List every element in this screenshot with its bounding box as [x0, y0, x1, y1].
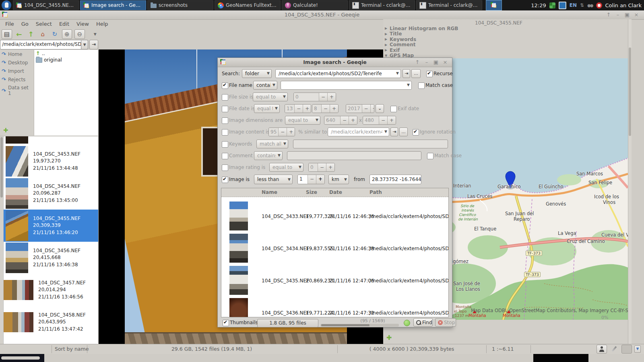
file-name-op-select[interactable]: contains▼ [253, 81, 277, 90]
face-detect-button[interactable] [597, 345, 607, 354]
file-item[interactable]: 104_DSC_3457.NEF20,014,29421/11/16 13:46… [4, 274, 98, 306]
close-icon[interactable]: × [634, 12, 639, 18]
bookmark-rejects[interactable]: ↷Rejects [0, 75, 34, 84]
maximize-icon[interactable]: ▣ [624, 12, 630, 18]
search-type-select[interactable]: folder▼ [242, 69, 272, 78]
home-icon[interactable]: ⌂ [38, 30, 48, 39]
display-icon[interactable] [559, 2, 566, 9]
similar-browse-button[interactable]: ... [399, 128, 408, 136]
height-spinner[interactable]: 480−+ [363, 116, 396, 125]
taskbar-item[interactable]: Image search - Geeqie [80, 0, 146, 10]
user-menu[interactable]: Colin an Clark [605, 2, 642, 8]
marks-button[interactable] [621, 345, 632, 354]
comment-match-case-checkbox[interactable] [427, 153, 433, 159]
similar-path-input[interactable]: /media/cclark/extern4/p▼ [328, 128, 389, 136]
dropdown-icon[interactable]: ▼ [91, 30, 100, 39]
day-spinner[interactable]: 13−+ [285, 104, 311, 113]
file-size-checkbox[interactable] [222, 94, 228, 101]
rollup-icon[interactable]: ↑ [415, 59, 420, 65]
file-name-input[interactable]: ▼ [281, 81, 412, 90]
menu-edit[interactable]: Edit [56, 21, 72, 28]
panel-scrollbar[interactable] [628, 19, 632, 344]
add-bookmark-icon[interactable]: ✚ [3, 127, 8, 134]
up-icon[interactable]: ↑ [26, 30, 36, 39]
file-item[interactable]: 104_DSC_3456.NEF20,415,66821/11/16 13:46… [4, 242, 98, 274]
taskbar-item[interactable]: GeoNames Fulltextsear... [215, 0, 281, 10]
taskbar-item[interactable]: Terminal - cclark@talltr... [349, 0, 415, 10]
ignore-rotation-checkbox[interactable] [413, 129, 419, 136]
image-is-checkbox[interactable] [222, 177, 228, 183]
month-spinner[interactable]: 8−+ [312, 104, 339, 113]
path-dropdown-icon[interactable]: ▼ [81, 40, 89, 49]
similar-path-enter-button[interactable]: ⇥ [390, 128, 398, 136]
column-size[interactable]: Size [306, 189, 317, 195]
results-hscrollbar[interactable] [320, 324, 399, 327]
menu-help[interactable]: Help [93, 21, 111, 28]
recurse-checkbox[interactable] [426, 71, 433, 77]
back-icon[interactable]: ← [14, 30, 24, 39]
edit-button[interactable] [609, 345, 619, 353]
zoom-in-icon[interactable]: ⊕ [62, 29, 72, 39]
folder-item[interactable]: original [34, 57, 98, 63]
search-path-input[interactable]: /media/cclark/extern4/photos/SD2/Tenerif… [275, 69, 401, 78]
section-linear-histogram-on-rgb[interactable]: ▶Linear Histogram on RGB [385, 26, 458, 31]
comment-checkbox[interactable] [222, 153, 228, 159]
sort-mode[interactable]: Sort by name [55, 346, 89, 352]
file-item[interactable]: 104_DSC_3454.NEF20,096,28721/11/16 13:45… [4, 177, 98, 210]
dimensions-checkbox[interactable] [222, 117, 228, 124]
exif-date-checkbox[interactable] [390, 106, 397, 112]
folder-item[interactable]: ↑.. [34, 50, 98, 57]
rating-checkbox[interactable] [222, 165, 228, 171]
window-manager-icon[interactable] [2, 0, 11, 10]
distance-op-select[interactable]: less than▼ [254, 175, 293, 184]
result-row[interactable]: 104_DSC_3436.NEF19,771,22421/11/16 12:47… [221, 297, 448, 317]
list-view-icon[interactable]: ▤ [2, 29, 12, 39]
width-spinner[interactable]: 640−+ [324, 116, 357, 125]
result-row[interactable]: 104_DSC_3434.NEF19,837,55521/11/16 12:46… [221, 232, 448, 265]
file-size-spinner[interactable]: 0−+ [293, 93, 336, 101]
rating-op-select[interactable]: equal to▼ [269, 163, 303, 172]
distance-unit-select[interactable]: km▼ [328, 175, 349, 184]
statusbar-dropdown-icon[interactable]: ▼ [634, 346, 641, 353]
keywords-op-select[interactable]: match all▼ [256, 140, 288, 148]
taskbar-item[interactable]: 104_DSC_3455.NEF - G... [13, 0, 79, 10]
column-path[interactable]: Path [369, 189, 382, 195]
path-go-button[interactable]: ⇥ [89, 40, 98, 49]
coordinates-input[interactable]: 28.373752 -16.764400 [369, 175, 421, 184]
path-enter-button[interactable]: ⇥ [402, 69, 410, 78]
match-case-checkbox[interactable] [418, 82, 425, 89]
main-titlebar[interactable]: 104_DSC_3455.NEF - Geeqie ↑ – ▣ × [0, 10, 644, 20]
minimize-icon[interactable]: – [424, 59, 429, 65]
keywords-checkbox[interactable] [222, 141, 228, 148]
maximize-icon[interactable]: ▣ [433, 59, 439, 65]
file-list-scrollbar[interactable] [0, 136, 4, 344]
similarity-spinner[interactable]: 95−+ [268, 128, 295, 136]
column-name[interactable]: Name [262, 189, 277, 195]
file-name-checkbox[interactable] [222, 82, 228, 89]
browse-button[interactable]: ... [411, 69, 421, 78]
comment-input[interactable] [287, 151, 421, 160]
file-item-partial[interactable] [4, 136, 98, 144]
dialog-titlebar[interactable]: Image search - Geeqie ↑ – ▣ × [218, 58, 452, 67]
result-row[interactable]: 104_DSC_3435.NEF20,869,23321/11/16 12:47… [221, 265, 448, 297]
year-spinner[interactable]: 2017−+ [346, 104, 374, 113]
bookmark-home[interactable]: ↷Home [0, 50, 34, 58]
rating-spinner[interactable]: 0−+ [308, 163, 335, 172]
section-exif[interactable]: ▶Exif [385, 47, 458, 53]
tray-geeqie-icon[interactable] [486, 0, 502, 10]
zoom-out-icon[interactable]: ⊖ [74, 29, 85, 39]
add-section-icon[interactable]: ✚ [386, 334, 392, 341]
thumbnails-checkbox[interactable] [223, 320, 229, 326]
zoom-ratio[interactable]: 1 :~6.11 [492, 346, 514, 352]
dimensions-op-select[interactable]: equal to▼ [285, 116, 320, 125]
section-title[interactable]: ▶Title [385, 31, 458, 37]
taskbar-item[interactable]: Terminal - cclark@talltr... [416, 0, 482, 10]
notifications-icon[interactable] [596, 2, 602, 8]
close-icon[interactable]: × [442, 59, 448, 65]
file-item[interactable]: 104_DSC_3455.NEF20,309,33921/11/16 13:46… [4, 210, 98, 242]
path-input[interactable]: /media/cclark/extern4/photos/SD2/Ten [0, 40, 81, 49]
file-size-op-select[interactable]: equal to▼ [253, 93, 288, 101]
menu-file[interactable]: File [2, 21, 17, 28]
minimize-icon[interactable]: – [615, 12, 621, 18]
distance-spinner[interactable]: 1−+ [297, 175, 325, 184]
